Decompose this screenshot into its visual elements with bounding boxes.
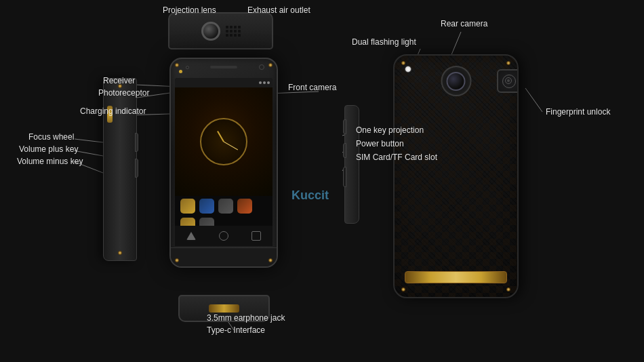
product-diagram: Kuccit Projection lens Exhaust air outle… (0, 0, 644, 362)
label-type-c: Type-c Interface (207, 325, 265, 335)
fingerprint-sensor (497, 69, 519, 93)
label-receiver: Receiver (103, 76, 135, 85)
label-exhaust-air-outlet: Exhaust air outlet (247, 5, 310, 15)
navigation-bar (175, 226, 273, 246)
label-photoreceptor: Photoreceptor (98, 88, 149, 98)
label-volume-plus: Volume plus key (19, 144, 78, 154)
label-front-camera: Front camera (288, 83, 336, 92)
projection-lens-component (201, 22, 220, 41)
home-nav-button (219, 231, 228, 241)
label-rear-camera: Rear camera (441, 19, 487, 28)
phone-side-view (103, 78, 137, 261)
projection-module (168, 12, 273, 49)
clock-widget (200, 118, 247, 165)
back-nav-button (186, 232, 196, 240)
phone-back-view (393, 54, 519, 298)
power-button-component (343, 143, 346, 158)
corner-screw-br (268, 258, 273, 262)
label-earphone-jack: 3.5mm earphone jack (207, 313, 285, 323)
label-projection-lens: Projection lens (163, 5, 216, 15)
svg-line-8 (75, 139, 103, 142)
corner-screw-tl (175, 63, 179, 67)
photoreceptor-component (186, 66, 189, 69)
svg-line-11 (525, 88, 542, 112)
volume-minus-button (135, 159, 138, 178)
bottom-port (209, 304, 239, 313)
screw-bottom (118, 251, 122, 255)
label-volume-minus: Volume minus key (17, 157, 83, 166)
back-screw-tl (401, 61, 405, 65)
label-focus-wheel: Focus wheel (28, 132, 74, 142)
charging-indicator-led (179, 70, 182, 73)
right-side-panel (344, 105, 359, 224)
label-dual-flashing-light: Dual flashing light (352, 37, 416, 47)
volume-plus-button (135, 133, 138, 152)
back-screw-br (506, 287, 510, 291)
phone-screen (175, 78, 273, 234)
corner-screw-bl (175, 258, 179, 262)
phone-chin (171, 247, 277, 266)
phone-front-view (169, 58, 278, 268)
one-key-projection-button (343, 119, 346, 134)
label-one-key-projection: One key projection (356, 125, 424, 135)
recents-nav-button (251, 231, 261, 241)
label-sim-card: SIM Card/TF Card slot (356, 153, 437, 162)
receiver-speaker (210, 66, 237, 68)
label-fingerprint-unlock: Fingerprint unlock (546, 107, 610, 117)
back-screw-tr (506, 61, 510, 65)
connector-lines (0, 0, 644, 362)
front-camera-component (259, 64, 264, 70)
label-charging-indicator: Charging indicator (80, 106, 146, 116)
back-screw-bl (401, 287, 405, 291)
rear-camera-component (441, 66, 471, 96)
sim-card-slot (343, 167, 346, 187)
exhaust-grid (226, 26, 241, 37)
corner-screw-tr (268, 63, 273, 67)
flash-led (405, 66, 411, 73)
back-gold-bar (405, 271, 507, 283)
label-power-button: Power button (356, 139, 404, 148)
brand-watermark: Kuccit (291, 188, 329, 203)
